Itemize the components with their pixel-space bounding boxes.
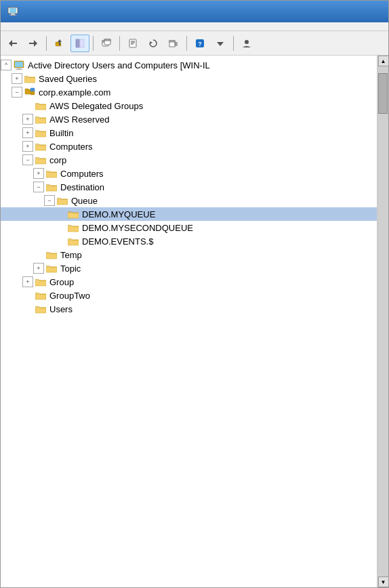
svg-rect-13 <box>80 39 84 47</box>
tree-node-corp-computers[interactable]: + Computers <box>1 167 377 180</box>
title-bar <box>1 1 388 22</box>
title-bar-icon <box>7 6 18 17</box>
svg-rect-9 <box>56 42 59 43</box>
svg-rect-41 <box>30 88 35 91</box>
node-label-destination: Destination <box>59 182 104 192</box>
help-button[interactable]: ? <box>190 35 209 52</box>
expander-up[interactable]: ^ <box>1 60 12 70</box>
node-label-queue: Queue <box>70 196 98 206</box>
node-label-group-two: GroupTwo <box>48 291 90 301</box>
expander-collapsed[interactable]: + <box>22 141 33 152</box>
menu-action[interactable] <box>17 24 29 29</box>
scroll-down-arrow[interactable]: ▼ <box>378 576 389 587</box>
tree-node-group[interactable]: + Group <box>1 275 377 289</box>
expander-expanded[interactable]: − <box>22 154 33 165</box>
node-label-corp: corp <box>48 155 66 165</box>
menu-file[interactable] <box>3 24 16 29</box>
node-icon-topic <box>46 263 57 274</box>
node-icon-demo-myqueue <box>68 209 79 219</box>
tree-node-users[interactable]: Users <box>1 302 377 316</box>
back-button[interactable] <box>3 35 22 52</box>
expander-collapsed[interactable]: + <box>12 73 22 84</box>
tree-node-saved-queries[interactable]: + Saved Queries <box>1 72 377 85</box>
node-icon-corp <box>35 154 46 165</box>
svg-rect-36 <box>15 62 23 67</box>
node-icon-group-two <box>35 290 46 301</box>
toolbar-separator-4 <box>186 36 187 51</box>
tree-node-topic[interactable]: + Topic <box>1 261 377 275</box>
node-label-saved-queries: Saved Queries <box>37 74 97 84</box>
expander-expanded[interactable]: − <box>12 87 22 98</box>
node-icon-corp-computers <box>46 168 57 179</box>
tree-node-demo-myqueue[interactable]: DEMO.MYQUEUE <box>1 207 377 221</box>
tree-node-demo-mysecondqueue[interactable]: DEMO.MYSECONDQUEUE <box>1 221 377 234</box>
expander-none <box>22 303 33 314</box>
menu-view[interactable] <box>30 24 43 29</box>
expander-collapsed[interactable]: + <box>22 127 33 138</box>
scrollbar-thumb[interactable] <box>378 73 388 114</box>
node-label-topic: Topic <box>59 264 81 274</box>
expander-none <box>22 290 33 301</box>
export-button[interactable] <box>164 35 183 52</box>
main-content: ^ Active Directory Users and Computers [… <box>1 56 388 587</box>
tree-node-computers-root[interactable]: + Computers <box>1 140 377 153</box>
expander-collapsed[interactable]: + <box>22 114 33 125</box>
node-label-corp-example: corp.example.com <box>37 87 110 98</box>
expander-collapsed[interactable]: + <box>22 276 33 287</box>
tree-node-aws-reserved[interactable]: + AWS Reserved <box>1 112 377 126</box>
user-button[interactable] <box>237 35 256 52</box>
toolbar: ? <box>1 31 388 56</box>
tree-node-destination[interactable]: − Destination <box>1 180 377 194</box>
svg-rect-20 <box>104 39 110 41</box>
expander-expanded[interactable]: − <box>44 195 55 206</box>
node-label-demo-myqueue: DEMO.MYQUEUE <box>81 209 155 219</box>
expander-none <box>55 236 66 247</box>
node-icon-saved-queries <box>24 73 35 84</box>
up-level-button[interactable] <box>50 35 69 52</box>
menu-help[interactable] <box>44 24 56 29</box>
tree-node-group-two[interactable]: GroupTwo <box>1 289 377 302</box>
node-icon-demo-events <box>68 236 79 247</box>
show-tree-button[interactable] <box>70 35 89 52</box>
node-icon-root <box>14 60 24 70</box>
more-button[interactable] <box>211 35 230 52</box>
tree-node-corp[interactable]: − corp <box>1 153 377 167</box>
node-label-demo-mysecondqueue: DEMO.MYSECONDQUEUE <box>81 223 193 233</box>
svg-point-34 <box>245 40 249 44</box>
svg-marker-10 <box>58 39 62 42</box>
properties-button[interactable] <box>123 35 142 52</box>
scrollbar-track[interactable] <box>378 66 388 576</box>
forward-button[interactable] <box>24 35 43 52</box>
tree-node-root[interactable]: ^ Active Directory Users and Computers [… <box>1 58 377 72</box>
toolbar-separator-1 <box>46 36 47 51</box>
expander-collapsed[interactable]: + <box>33 263 44 274</box>
svg-rect-2 <box>11 14 15 15</box>
node-label-aws-reserved: AWS Reserved <box>48 114 109 125</box>
expander-none <box>22 100 33 111</box>
svg-marker-33 <box>217 42 224 46</box>
scroll-up-arrow[interactable]: ▲ <box>378 56 389 66</box>
expander-collapsed[interactable]: + <box>33 168 44 179</box>
tree-node-temp[interactable]: Temp <box>1 248 377 261</box>
tree-panel[interactable]: ^ Active Directory Users and Computers [… <box>1 56 377 587</box>
node-icon-computers-root <box>35 141 46 152</box>
expander-expanded[interactable]: − <box>33 182 44 192</box>
scrollbar[interactable]: ▲ ▼ <box>377 56 388 587</box>
node-icon-aws-reserved <box>35 114 46 125</box>
toolbar-separator-3 <box>119 36 120 51</box>
tree-node-queue[interactable]: − Queue <box>1 194 377 207</box>
node-icon-aws-delegated <box>35 100 46 111</box>
node-label-corp-computers: Computers <box>59 169 104 179</box>
new-window-button[interactable] <box>97 35 116 52</box>
tree-node-corp-example[interactable]: − corp.example.com <box>1 85 377 99</box>
node-icon-corp-example <box>24 87 35 98</box>
svg-rect-7 <box>29 43 35 44</box>
svg-rect-21 <box>129 39 136 47</box>
node-icon-demo-mysecondqueue <box>68 222 79 233</box>
refresh-button[interactable] <box>144 35 163 52</box>
node-label-demo-events: DEMO.EVENTS.$ <box>81 236 153 247</box>
tree-node-aws-delegated[interactable]: AWS Delegated Groups <box>1 99 377 112</box>
tree-node-demo-events[interactable]: DEMO.EVENTS.$ <box>1 234 377 248</box>
tree-node-builtin[interactable]: + Builtin <box>1 126 377 140</box>
toolbar-separator-2 <box>93 36 94 51</box>
